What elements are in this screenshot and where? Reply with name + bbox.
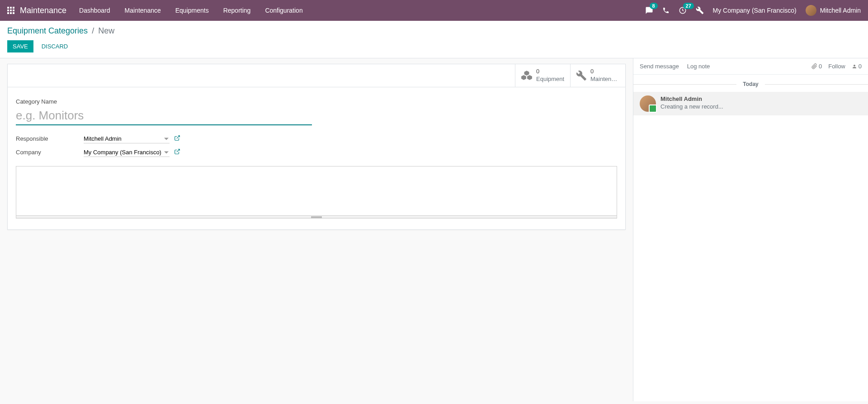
form-sheet: 0 Equipment 0 Maintenan... Category Name [7, 64, 626, 230]
svg-rect-8 [13, 12, 14, 14]
breadcrumb-current: New [98, 26, 114, 35]
svg-line-10 [177, 136, 179, 138]
svg-rect-4 [10, 10, 12, 11]
notes-textarea[interactable] [16, 166, 617, 216]
main-menu: Dashboard Maintenance Equipments Reporti… [79, 7, 303, 14]
apps-menu-icon[interactable] [7, 7, 14, 14]
discard-button[interactable]: Discard [36, 40, 74, 52]
follow-button[interactable]: Follow [828, 63, 845, 70]
breadcrumb: Equipment Categories / New [7, 26, 861, 36]
attachments-button[interactable]: 0 [811, 63, 822, 70]
svg-rect-7 [10, 12, 12, 14]
messaging-badge: 8 [650, 3, 658, 9]
user-name: Mitchell Admin [820, 7, 861, 14]
notes-container [16, 166, 617, 219]
resize-handle[interactable] [16, 216, 617, 219]
stat-maintenance-count: 0 [590, 68, 620, 76]
message-author: Mitchell Admin [660, 95, 862, 102]
svg-rect-2 [13, 7, 14, 9]
user-icon [852, 64, 857, 69]
category-name-input[interactable] [16, 107, 312, 125]
stat-maintenance-label: Maintenan... [590, 76, 620, 83]
messaging-icon[interactable]: 8 [645, 6, 653, 14]
log-note-button[interactable]: Log note [687, 63, 710, 70]
menu-dashboard[interactable]: Dashboard [79, 7, 110, 14]
responsible-external-link-icon[interactable] [174, 135, 180, 143]
paperclip-icon [811, 63, 817, 69]
stat-equipment-label: Equipment [536, 76, 564, 83]
breadcrumb-parent[interactable]: Equipment Categories [7, 26, 88, 35]
company-selector[interactable]: My Company (San Francisco) [713, 7, 797, 14]
chatter-panel: Send message Log note 0 Follow 0 Today [633, 58, 868, 401]
svg-rect-5 [13, 10, 14, 11]
svg-rect-6 [7, 12, 9, 14]
message-item: Mitchell Admin Creating a new record... [633, 92, 868, 115]
company-external-link-icon[interactable] [174, 148, 180, 156]
svg-rect-3 [7, 10, 9, 11]
control-panel: Equipment Categories / New Save Discard [0, 21, 868, 58]
menu-equipments[interactable]: Equipments [175, 7, 209, 14]
cubes-icon [521, 70, 533, 81]
user-avatar-icon [806, 5, 816, 16]
stat-maintenance-button[interactable]: 0 Maintenan... [570, 64, 625, 87]
stat-equipment-button[interactable]: 0 Equipment [515, 64, 570, 87]
stat-equipment-count: 0 [536, 68, 564, 76]
app-brand[interactable]: Maintenance [20, 6, 66, 15]
followers-count: 0 [859, 63, 862, 70]
responsible-input[interactable] [84, 134, 170, 143]
followers-button[interactable]: 0 [852, 63, 862, 70]
category-name-label: Category Name [16, 98, 617, 105]
svg-rect-0 [7, 7, 9, 9]
debug-icon[interactable] [696, 6, 704, 14]
svg-rect-1 [10, 7, 12, 9]
save-button[interactable]: Save [7, 40, 33, 52]
company-label: Company [16, 149, 84, 156]
date-separator: Today [633, 81, 868, 87]
activities-icon[interactable]: 27 [679, 6, 687, 14]
menu-reporting[interactable]: Reporting [223, 7, 251, 14]
user-menu[interactable]: Mitchell Admin [806, 5, 861, 16]
menu-configuration[interactable]: Configuration [265, 7, 302, 14]
top-navbar: Maintenance Dashboard Maintenance Equipm… [0, 0, 868, 21]
stat-button-box: 0 Equipment 0 Maintenan... [8, 64, 625, 87]
phone-icon[interactable] [662, 7, 670, 14]
company-input[interactable] [84, 148, 170, 157]
attachments-count: 0 [819, 63, 822, 70]
menu-maintenance[interactable]: Maintenance [125, 7, 161, 14]
activities-badge: 27 [683, 3, 694, 9]
message-avatar-icon [640, 95, 656, 112]
message-body: Creating a new record... [660, 103, 862, 110]
wrench-icon [576, 70, 587, 81]
send-message-button[interactable]: Send message [640, 63, 679, 70]
svg-line-11 [177, 149, 179, 152]
responsible-label: Responsible [16, 135, 84, 142]
